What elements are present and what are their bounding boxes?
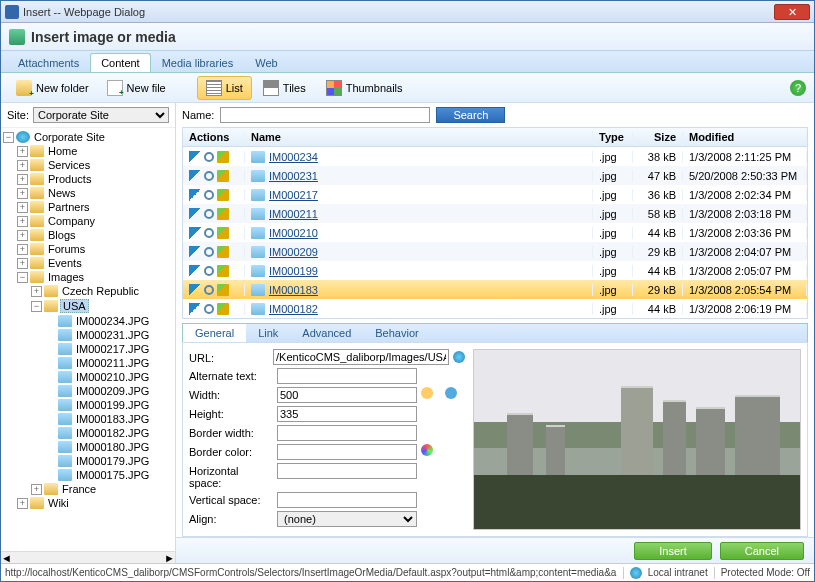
tree-expander[interactable]: − [3,132,14,143]
tree-expander[interactable]: + [17,244,28,255]
site-select[interactable]: Corporate Site [33,107,169,123]
edit-icon[interactable] [217,265,229,277]
hspace-input[interactable] [277,463,417,479]
tree-node[interactable]: +France [31,482,173,496]
height-input[interactable] [277,406,417,422]
cancel-button[interactable]: Cancel [720,542,804,560]
tree-node[interactable]: +Partners [17,200,173,214]
tree-node[interactable]: IM000210.JPG [45,370,173,384]
select-icon[interactable] [189,265,201,277]
prop-tab-link[interactable]: Link [246,324,290,342]
tab-media-libraries[interactable]: Media libraries [151,53,245,72]
globe-icon[interactable] [453,351,465,363]
tree-root[interactable]: −Corporate Site [3,130,173,144]
tree-node[interactable]: +Wiki [17,496,173,510]
new-file-button[interactable]: New file [98,76,175,100]
tab-attachments[interactable]: Attachments [7,53,90,72]
table-row[interactable]: IM000231.jpg47 kB5/20/2008 2:50:33 PM [183,166,807,185]
lock-icon[interactable] [421,387,433,399]
tree-node[interactable]: IM000217.JPG [45,342,173,356]
table-row[interactable]: IM000209.jpg29 kB1/3/2008 2:04:07 PM [183,242,807,261]
tree-expander[interactable]: + [17,498,28,509]
tree-node[interactable]: IM000179.JPG [45,454,173,468]
file-name-link[interactable]: IM000210 [269,227,318,239]
insert-button[interactable]: Insert [634,542,712,560]
search-input[interactable] [220,107,430,123]
file-name-link[interactable]: IM000183 [269,284,318,296]
tree-scrollbar[interactable]: ◄► [1,551,175,563]
col-name[interactable]: Name [245,131,593,143]
prop-tab-behavior[interactable]: Behavior [363,324,430,342]
edit-icon[interactable] [217,303,229,315]
alt-input[interactable] [277,368,417,384]
tree-node[interactable]: IM000211.JPG [45,356,173,370]
tab-web[interactable]: Web [244,53,288,72]
table-row[interactable]: IM000182.jpg44 kB1/3/2008 2:06:19 PM [183,299,807,318]
col-size[interactable]: Size [633,131,683,143]
tree-node[interactable]: IM000175.JPG [45,468,173,482]
help-button[interactable]: ? [790,80,806,96]
tree-node[interactable]: IM000234.JPG [45,314,173,328]
view-icon[interactable] [204,190,214,200]
prop-tab-advanced[interactable]: Advanced [290,324,363,342]
view-thumbnails-button[interactable]: Thumbnails [317,76,412,100]
table-row[interactable]: IM000183.jpg29 kB1/3/2008 2:05:54 PM [183,280,807,299]
tree-node[interactable]: +Events [17,256,173,270]
tree-expander[interactable]: + [17,258,28,269]
edit-icon[interactable] [217,227,229,239]
tree-expander[interactable]: + [17,160,28,171]
tree-node[interactable]: IM000199.JPG [45,398,173,412]
table-row[interactable]: IM000211.jpg58 kB1/3/2008 2:03:18 PM [183,204,807,223]
file-name-link[interactable]: IM000231 [269,170,318,182]
tree-expander[interactable]: + [17,202,28,213]
file-name-link[interactable]: IM000234 [269,151,318,163]
tree-node[interactable]: +Services [17,158,173,172]
file-name-link[interactable]: IM000217 [269,189,318,201]
table-row[interactable]: IM000234.jpg38 kB1/3/2008 2:11:25 PM [183,147,807,166]
tree-expander[interactable]: + [17,174,28,185]
tree-node[interactable]: IM000231.JPG [45,328,173,342]
content-tree[interactable]: −Corporate Site+Home+Services+Products+N… [1,128,175,551]
tree-expander[interactable]: − [17,272,28,283]
tree-node[interactable]: +Forums [17,242,173,256]
bwidth-input[interactable] [277,425,417,441]
edit-icon[interactable] [217,246,229,258]
col-actions[interactable]: Actions [183,131,245,143]
select-icon[interactable] [189,284,201,296]
tree-node[interactable]: +News [17,186,173,200]
select-icon[interactable] [189,246,201,258]
close-button[interactable]: ✕ [774,4,810,20]
edit-icon[interactable] [217,189,229,201]
view-icon[interactable] [204,209,214,219]
tree-node[interactable]: +Czech Republic [31,284,173,298]
file-name-link[interactable]: IM000199 [269,265,318,277]
view-list-button[interactable]: List [197,76,252,100]
tree-expander[interactable]: + [31,484,42,495]
vspace-input[interactable] [277,492,417,508]
select-icon[interactable] [189,208,201,220]
bcolor-input[interactable] [277,444,417,460]
search-button[interactable]: Search [436,107,505,123]
tree-node[interactable]: +Blogs [17,228,173,242]
tree-expander[interactable]: + [31,286,42,297]
file-name-link[interactable]: IM000211 [269,208,318,220]
tree-expander[interactable]: + [17,230,28,241]
tree-expander[interactable]: + [17,188,28,199]
tree-expander[interactable]: + [17,146,28,157]
tree-node[interactable]: IM000209.JPG [45,384,173,398]
view-icon[interactable] [204,171,214,181]
color-picker-icon[interactable] [421,444,433,456]
table-row[interactable]: IM000210.jpg44 kB1/3/2008 2:03:36 PM [183,223,807,242]
view-icon[interactable] [204,266,214,276]
edit-icon[interactable] [217,151,229,163]
view-icon[interactable] [204,247,214,257]
tree-node[interactable]: +Products [17,172,173,186]
edit-icon[interactable] [217,208,229,220]
tab-content[interactable]: Content [90,53,151,72]
edit-icon[interactable] [217,284,229,296]
new-folder-button[interactable]: New folder [7,76,98,100]
align-select[interactable]: (none) [277,511,417,527]
select-icon[interactable] [189,170,201,182]
tree-node[interactable]: −USA [31,298,173,314]
view-icon[interactable] [204,304,214,314]
